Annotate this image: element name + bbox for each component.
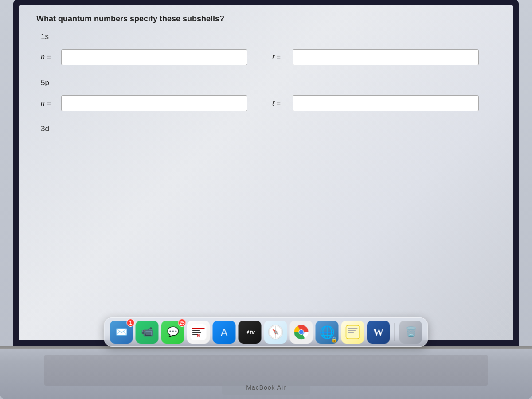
- n-input-5p[interactable]: [61, 95, 247, 111]
- input-row-5p: n = ℓ =: [41, 95, 496, 111]
- chrome-icon: [293, 324, 309, 340]
- laptop-body: What quantum numbers specify these subsh…: [0, 0, 532, 399]
- dock-item-chrome[interactable]: [290, 321, 313, 344]
- subshell-section-5p: 5p n = ℓ =: [36, 78, 496, 111]
- n-input-1s[interactable]: [61, 49, 247, 65]
- l-label-5p: ℓ =: [272, 99, 286, 107]
- trash-icon: 🗑️: [405, 327, 417, 337]
- word-icon: W: [373, 326, 384, 338]
- facetime-icon: 📹: [141, 327, 153, 337]
- subshell-label-5p: 5p: [41, 78, 496, 87]
- safari-icon: [268, 324, 284, 340]
- content-area: What quantum numbers specify these subsh…: [36, 14, 496, 332]
- dock-item-messages[interactable]: 💬 25: [161, 321, 184, 344]
- subshell-section-1s: 1s n = ℓ =: [36, 32, 496, 65]
- notes-icon: [345, 325, 360, 340]
- subshell-label-1s: 1s: [41, 32, 496, 41]
- appletv-icon: ✦tv: [245, 329, 255, 336]
- dock-item-safari[interactable]: [264, 321, 287, 344]
- dock-item-news[interactable]: N: [187, 321, 210, 344]
- dock: ✉️ 1 📹 💬 25 N: [104, 317, 428, 347]
- dock-item-word[interactable]: W: [367, 321, 390, 344]
- news-icon: N: [191, 324, 207, 340]
- svg-rect-1: [192, 328, 205, 329]
- dock-separator: [395, 323, 395, 341]
- lock-icon: 🔒: [331, 336, 338, 343]
- svg-text:A: A: [221, 327, 227, 338]
- svg-rect-18: [348, 328, 358, 329]
- question-title: What quantum numbers specify these subsh…: [36, 14, 496, 23]
- svg-rect-2: [192, 330, 200, 331]
- messages-icon: 💬: [167, 327, 179, 337]
- mail-icon: ✉️: [115, 327, 127, 337]
- screen: What quantum numbers specify these subsh…: [19, 5, 513, 340]
- svg-rect-20: [348, 332, 354, 333]
- dock-item-trash[interactable]: 🗑️: [399, 321, 422, 344]
- input-row-1s: n = ℓ =: [41, 49, 496, 65]
- svg-text:N: N: [197, 333, 200, 338]
- laptop-bottom: MacBook Air: [0, 346, 532, 399]
- l-input-1s[interactable]: [293, 49, 479, 65]
- appstore-icon: A: [217, 325, 232, 340]
- dock-item-notes[interactable]: [341, 321, 364, 344]
- n-label-1s: n =: [41, 53, 54, 61]
- l-input-5p[interactable]: [293, 95, 479, 111]
- dock-item-network[interactable]: 🌐 🔒: [316, 321, 339, 344]
- l-label-1s: ℓ =: [272, 53, 286, 61]
- svg-rect-19: [348, 330, 356, 331]
- svg-rect-3: [192, 332, 201, 333]
- dock-item-facetime[interactable]: 📹: [136, 321, 159, 344]
- subshell-label-3d: 3d: [41, 125, 496, 133]
- dock-item-appstore[interactable]: A: [213, 321, 236, 344]
- screen-bezel: What quantum numbers specify these subsh…: [13, 0, 519, 346]
- dock-item-mail[interactable]: ✉️ 1: [110, 321, 133, 344]
- macbook-label: MacBook Air: [246, 384, 286, 391]
- subshell-section-3d: 3d: [36, 125, 496, 133]
- n-label-5p: n =: [41, 99, 54, 107]
- mail-badge: 1: [127, 319, 135, 327]
- svg-point-16: [299, 330, 304, 334]
- svg-rect-17: [346, 325, 360, 339]
- messages-badge: 25: [178, 319, 186, 327]
- dock-item-appletv[interactable]: ✦tv: [239, 321, 262, 344]
